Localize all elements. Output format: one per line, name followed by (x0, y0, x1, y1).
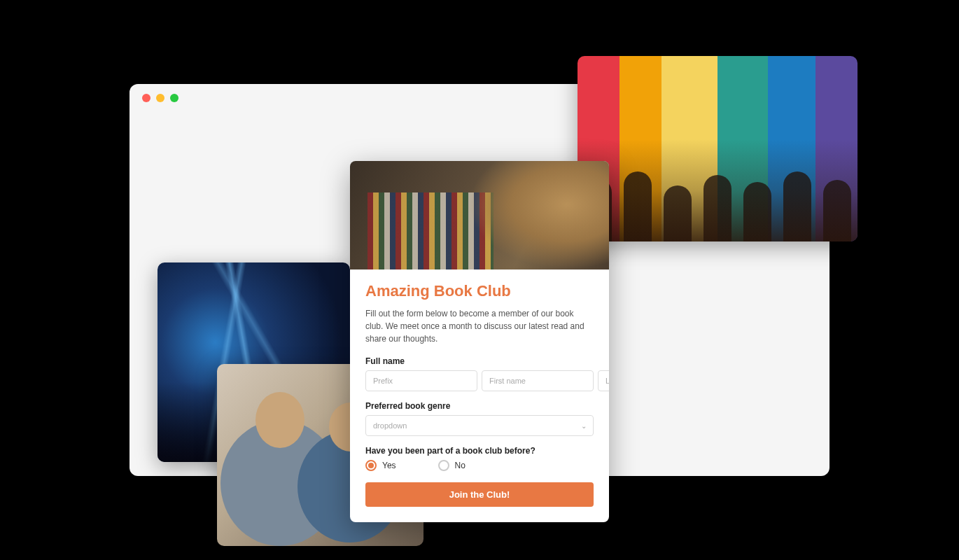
submit-button[interactable]: Join the Club! (365, 482, 594, 507)
genre-label: Preferred book genre (365, 401, 594, 411)
genre-select[interactable]: dropdown (365, 415, 594, 436)
fullname-row (365, 370, 594, 391)
crowd-silhouette (578, 149, 858, 242)
radio-circle-icon (365, 460, 377, 471)
fullname-label: Full name (365, 356, 594, 366)
form-body: Amazing Book Club Fill out the form belo… (350, 270, 609, 522)
form-description: Fill out the form below to become a memb… (365, 307, 594, 345)
minimize-dot-icon[interactable] (156, 94, 164, 102)
radio-circle-icon (438, 460, 449, 471)
prefix-input[interactable] (365, 370, 477, 391)
prior-radio-group: Yes No (365, 460, 594, 471)
radio-no[interactable]: No (438, 460, 465, 471)
genre-select-wrapper: dropdown ⌄ (365, 415, 594, 436)
radio-no-label: No (455, 461, 465, 470)
form-title: Amazing Book Club (365, 282, 594, 300)
canvas: Amazing Book Club Fill out the form belo… (0, 0, 959, 560)
maximize-dot-icon[interactable] (170, 94, 178, 102)
prior-label: Have you been part of a book club before… (365, 446, 594, 456)
firstname-input[interactable] (482, 370, 594, 391)
form-hero-image (350, 161, 609, 270)
photo-rainbow-flag (578, 56, 858, 241)
radio-yes[interactable]: Yes (365, 460, 396, 471)
lastname-input[interactable] (598, 370, 609, 391)
signup-form-card: Amazing Book Club Fill out the form belo… (350, 161, 609, 522)
close-dot-icon[interactable] (142, 94, 150, 102)
radio-yes-label: Yes (382, 461, 396, 470)
